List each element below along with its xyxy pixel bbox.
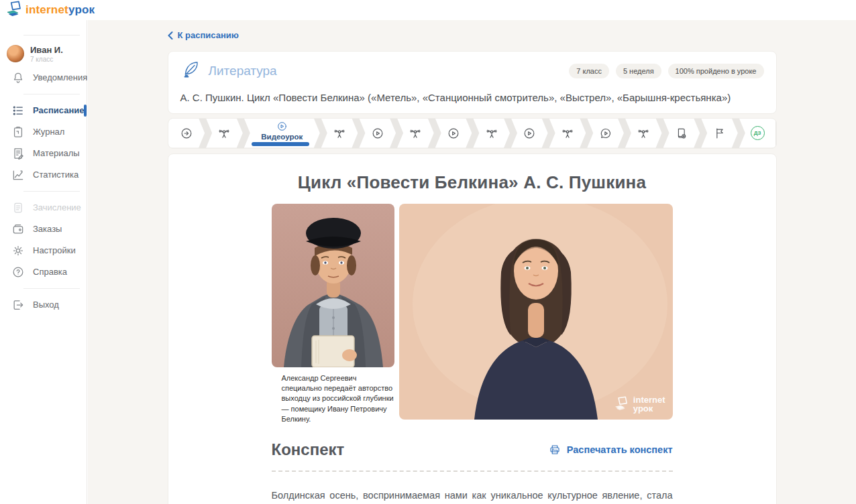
laptop-watermark-icon xyxy=(612,396,630,414)
chevron-left-icon xyxy=(168,32,173,40)
wallet-icon xyxy=(11,223,25,236)
sidebar-item-help[interactable]: Справка xyxy=(0,261,87,283)
book-plus-icon xyxy=(675,127,688,140)
play-circle-icon xyxy=(523,127,536,140)
user-grade: 7 класс xyxy=(30,56,63,63)
play-circle-icon xyxy=(447,127,460,140)
watermark-line2: урок xyxy=(633,404,665,413)
active-step-label: Видеоурок xyxy=(261,133,303,141)
arrow-circle-icon xyxy=(180,127,193,140)
step-trainer-5[interactable] xyxy=(549,119,586,148)
sidebar-item-journal[interactable]: Журнал xyxy=(0,121,87,143)
step-video-3[interactable] xyxy=(435,119,472,148)
sidebar-item-statistics[interactable]: Статистика xyxy=(0,164,87,186)
literature-quill-icon xyxy=(180,60,201,82)
trainer-icon xyxy=(409,127,422,140)
trainer-icon xyxy=(561,127,574,140)
divider xyxy=(23,288,80,289)
step-video-2[interactable] xyxy=(359,119,396,148)
notes-heading: Конспект xyxy=(272,440,345,459)
sidebar-item-label: Справка xyxy=(33,267,67,277)
gear-icon xyxy=(11,244,25,257)
sidebar-item-label: Материалы xyxy=(33,148,80,158)
main-area: К расписанию Литература 7 класс 5 неделя… xyxy=(88,20,856,504)
lesson-topic: А. С. Пушкин. Цикл «Повести Белкина» («М… xyxy=(180,92,764,103)
print-notes-link[interactable]: Распечатать конспект xyxy=(549,444,673,456)
progress-badge: 100% пройдено в уроке xyxy=(668,64,764,78)
trainer-icon xyxy=(217,127,231,140)
step-textbook[interactable] xyxy=(663,119,700,148)
back-link-label: К расписанию xyxy=(178,30,239,40)
lesson-content-title: Цикл «Повести Белкина» А. С. Пушкина xyxy=(272,172,673,193)
sidebar-item-label: Зачисление xyxy=(33,202,81,212)
journal-icon xyxy=(11,125,25,139)
sidebar-item-label: Заказы xyxy=(33,224,62,234)
sidebar-item-materials[interactable]: Материалы xyxy=(0,143,87,164)
user-profile[interactable]: Иван И. 7 класс xyxy=(0,41,87,67)
bell-icon xyxy=(11,71,25,84)
sidebar-item-logout[interactable]: Выход xyxy=(0,294,87,316)
flag-icon xyxy=(713,127,727,140)
step-discussion[interactable] xyxy=(587,119,624,148)
sidebar-item-settings[interactable]: Настройки xyxy=(0,240,87,261)
belkin-illustration xyxy=(272,204,394,367)
video-caption: Александр Сергеевич специально передаёт … xyxy=(272,367,394,425)
user-name: Иван И. xyxy=(30,45,63,56)
divider xyxy=(23,35,80,36)
question-circle-icon xyxy=(11,265,25,279)
step-final-flag[interactable] xyxy=(701,119,738,148)
sidebar-item-label: Журнал xyxy=(33,127,64,137)
sidebar-item-schedule[interactable]: Расписание xyxy=(0,100,87,121)
back-to-schedule-link[interactable]: К расписанию xyxy=(168,30,239,40)
schedule-list-icon xyxy=(11,104,25,117)
notes-paragraph: Болдинская осень, воспринимаемая нами ка… xyxy=(272,487,673,504)
sidebar-item-label: Расписание xyxy=(33,105,85,115)
logo-text: internetурок xyxy=(25,3,95,17)
play-circle-icon xyxy=(276,121,288,132)
interneturok-logo[interactable]: internetурок xyxy=(5,1,95,19)
trainer-icon xyxy=(333,127,346,140)
presenter-video[interactable]: internet урок xyxy=(399,204,673,420)
lesson-content-card: Цикл «Повести Белкина» А. С. Пушкина xyxy=(168,153,777,504)
divider xyxy=(23,191,80,192)
video-block: Александр Сергеевич специально передаёт … xyxy=(272,204,673,425)
lesson-header-card: Литература 7 класс 5 неделя 100% пройден… xyxy=(168,51,777,114)
sidebar-item-label: Уведомления xyxy=(33,72,87,82)
print-link-label: Распечатать конспект xyxy=(567,444,673,455)
trainer-icon xyxy=(637,127,650,140)
subject-name: Литература xyxy=(209,64,277,78)
trainer-icon xyxy=(485,127,498,140)
enrollment-doc-icon xyxy=(11,201,25,214)
sidebar-item-label: Настройки xyxy=(33,245,76,255)
sidebar: Иван И. 7 класс Уведомления Расписание Ж… xyxy=(0,20,87,504)
document-pencil-icon xyxy=(11,147,25,160)
sidebar-item-enrollment: Зачисление xyxy=(0,197,87,218)
step-video-4[interactable] xyxy=(511,119,548,148)
divider xyxy=(23,94,80,94)
sidebar-item-label: Статистика xyxy=(33,170,78,180)
avatar xyxy=(7,45,24,62)
step-trainer-3[interactable] xyxy=(397,119,434,148)
step-trainer-4[interactable] xyxy=(473,119,510,148)
step-homework[interactable]: ДЗ xyxy=(739,119,776,148)
step-start[interactable] xyxy=(168,119,205,148)
step-trainer-2[interactable] xyxy=(321,119,358,148)
sidebar-item-notifications[interactable]: Уведомления xyxy=(0,67,87,88)
play-circle-icon xyxy=(371,127,384,140)
sidebar-item-orders[interactable]: Заказы xyxy=(0,218,87,240)
active-item-indicator xyxy=(84,105,87,117)
dashed-divider xyxy=(272,470,673,472)
printer-icon xyxy=(549,444,561,456)
watermark-line1: internet xyxy=(633,395,665,404)
step-videolesson-active[interactable]: Видеоурок xyxy=(244,119,320,148)
logout-icon xyxy=(11,298,25,312)
week-badge: 5 неделя xyxy=(616,64,661,78)
step-trainer-6[interactable] xyxy=(625,119,662,148)
grade-badge: 7 класс xyxy=(569,64,609,78)
step-trainer-1[interactable] xyxy=(206,119,243,148)
lesson-badges: 7 класс 5 неделя 100% пройдено в уроке xyxy=(569,64,763,78)
video-watermark: internet урок xyxy=(612,395,665,414)
comment-play-icon xyxy=(599,127,612,140)
homework-icon: ДЗ xyxy=(751,126,765,140)
sidebar-item-label: Выход xyxy=(33,300,59,310)
